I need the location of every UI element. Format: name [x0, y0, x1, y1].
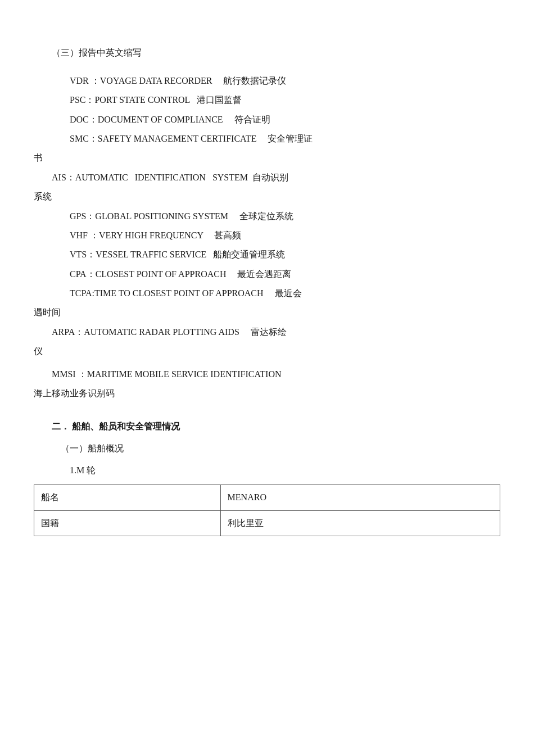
vessel-name-value: MENARO [220, 485, 500, 510]
abbr-doc: DOC：DOCUMENT OF COMPLIANCE 符合证明 [34, 111, 500, 128]
abbr-vts: VTS：VESSEL TRAFFIC SERVICE 船舶交通管理系统 [34, 246, 500, 263]
abbr-mmsi-line1: MMSI ：MARITIME MOBILE SERVICE IDENTIFICA… [34, 366, 500, 383]
abbr-psc: PSC：PORT STATE CONTROL 港口国监督 [34, 92, 500, 108]
vessel-info-table: 船名 MENARO 国籍 利比里亚 [34, 485, 500, 537]
abbr-smc: SMC：SAFETY MANAGEMENT CERTIFICATE 安全管理证 … [34, 130, 500, 167]
sub-section-one-title: （一）船舶概况 [34, 441, 500, 457]
table-row-vessel-nationality: 国籍 利比里亚 [34, 510, 500, 536]
section-two: 二． 船舶、船员和安全管理情况 （一）船舶概况 1.M 轮 船名 MENARO … [34, 419, 500, 536]
abbr-vdr: VDR ：VOYAGE DATA RECORDER 航行数据记录仪 [34, 73, 500, 89]
vessel-nationality-value: 利比里亚 [220, 510, 500, 536]
abbr-tcpa: TCPA:TIME TO CLOSEST POINT OF APPROACH 最… [34, 285, 500, 322]
abbr-gps-text: GPS：GLOBAL POSITIONING SYSTEM 全球定位系统 [70, 211, 293, 221]
section-three-title: （三）报告中英文缩写 [34, 45, 500, 61]
vessel-number-label: 1.M 轮 [34, 463, 500, 479]
section-two-title: 二． 船舶、船员和安全管理情况 [34, 419, 500, 435]
abbr-vhf: VHF ：VERY HIGH FREQUENCY 甚高频 [34, 227, 500, 244]
abbr-mmsi-line2: 海上移动业务识别码 [34, 385, 500, 402]
abbr-smc-line2: 书 [34, 150, 500, 166]
abbr-mmsi: MMSI ：MARITIME MOBILE SERVICE IDENTIFICA… [34, 366, 500, 402]
abbr-ais: AIS：AUTOMATIC IDENTIFICATION SYSTEM 自动识别… [34, 169, 500, 206]
abbr-vts-text: VTS：VESSEL TRAFFIC SERVICE 船舶交通管理系统 [70, 250, 285, 259]
vessel-nationality-label: 国籍 [34, 510, 221, 536]
abbr-vdr-text: VDR ：VOYAGE DATA RECORDER 航行数据记录仪 [70, 76, 286, 85]
abbr-ais-line2: 系统 [34, 188, 500, 205]
abbr-arpa: ARPA：AUTOMATIC RADAR PLOTTING AIDS 雷达标绘 … [34, 324, 500, 360]
abbr-arpa-line1: ARPA：AUTOMATIC RADAR PLOTTING AIDS 雷达标绘 [34, 324, 500, 341]
vessel-name-label: 船名 [34, 485, 221, 510]
abbr-smc-line1: SMC：SAFETY MANAGEMENT CERTIFICATE 安全管理证 [34, 130, 500, 147]
abbr-tcpa-line2: 遇时间 [34, 304, 500, 321]
abbr-doc-text: DOC：DOCUMENT OF COMPLIANCE 符合证明 [70, 115, 270, 124]
abbr-cpa: CPA：CLOSEST POINT OF APPROACH 最近会遇距离 [34, 266, 500, 283]
abbreviations-list: VDR ：VOYAGE DATA RECORDER 航行数据记录仪 PSC：PO… [34, 73, 500, 402]
abbr-tcpa-line1: TCPA:TIME TO CLOSEST POINT OF APPROACH 最… [34, 285, 500, 302]
abbr-gps: GPS：GLOBAL POSITIONING SYSTEM 全球定位系统 [34, 208, 500, 225]
section-three: （三）报告中英文缩写 VDR ：VOYAGE DATA RECORDER 航行数… [34, 45, 500, 536]
table-row-vessel-name: 船名 MENARO [34, 485, 500, 510]
abbr-arpa-line2: 仪 [34, 343, 500, 360]
abbr-psc-text: PSC：PORT STATE CONTROL 港口国监督 [70, 95, 242, 105]
abbr-cpa-text: CPA：CLOSEST POINT OF APPROACH 最近会遇距离 [70, 269, 291, 279]
abbr-vhf-text: VHF ：VERY HIGH FREQUENCY 甚高频 [70, 230, 242, 240]
abbr-ais-line1: AIS：AUTOMATIC IDENTIFICATION SYSTEM 自动识别 [34, 169, 500, 186]
